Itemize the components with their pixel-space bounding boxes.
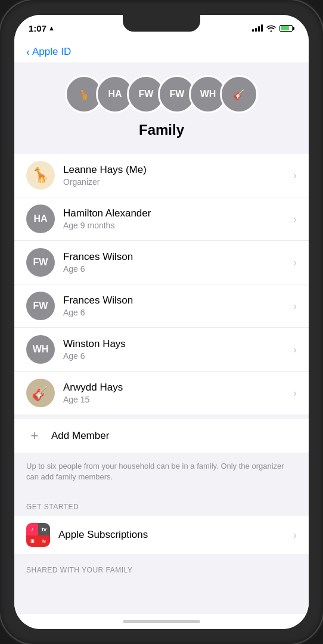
member-info-hamilton: Hamilton Alexander Age 9 months [63, 208, 293, 230]
phone-frame: 1:07 ▲ [0, 0, 323, 644]
member-avatar-winston: WH [26, 335, 55, 364]
subscriptions-label: Apple Subscriptions [58, 529, 293, 541]
content-area: 🦒 HA FW FW WH 🎸 Family 🦒 Leanne Hays (Me… [14, 63, 309, 614]
info-text: Up to six people from your household can… [14, 453, 309, 491]
screen: 1:07 ▲ [14, 15, 309, 629]
subscriptions-chevron-icon: › [293, 529, 297, 541]
wifi-icon [266, 24, 276, 32]
member-info-arwydd: Arwydd Hays Age 15 [63, 382, 293, 404]
member-info-leanne: Leanne Hays (Me) Organizer [63, 164, 293, 187]
member-name-winston: Winston Hays [63, 338, 293, 350]
member-name-leanne: Leanne Hays (Me) [63, 164, 293, 176]
status-time: 1:07 ▲ [29, 23, 55, 33]
back-label: Apple ID [32, 46, 71, 58]
member-sub-hamilton: Age 9 months [63, 221, 293, 230]
family-header: 🦒 HA FW FW WH 🎸 Family [14, 63, 309, 154]
member-name-frances1: Frances Wilson [63, 251, 293, 263]
home-bar [123, 620, 200, 623]
member-item-frances1[interactable]: FW Frances Wilson Age 6 › [14, 241, 309, 284]
member-item-winston[interactable]: WH Winston Hays Age 6 › [14, 328, 309, 371]
member-sub-leanne: Organizer [63, 177, 293, 187]
status-icons [252, 24, 294, 32]
notch [123, 15, 200, 32]
shared-section-header: SHARED WITH YOUR FAMILY [14, 554, 309, 580]
chevron-right-icon: › [293, 343, 297, 356]
chevron-right-icon: › [293, 169, 297, 182]
subscriptions-icon: ♪ tv ⊞ N [26, 523, 50, 547]
member-item-frances2[interactable]: FW Frances Wilson Age 6 › [14, 284, 309, 328]
home-indicator [14, 614, 309, 629]
nav-bar: ‹ Apple ID [14, 41, 309, 63]
get-started-header: GET STARTED [14, 491, 309, 516]
chevron-right-icon: › [293, 300, 297, 312]
member-name-frances2: Frances Wilson [63, 295, 293, 306]
member-info-frances2: Frances Wilson Age 6 [63, 295, 293, 317]
member-sub-frances1: Age 6 [63, 264, 293, 274]
signal-bars-icon [252, 24, 263, 32]
subscriptions-item[interactable]: ♪ tv ⊞ N Apple Subscriptions › [14, 516, 309, 554]
back-chevron-icon: ‹ [26, 47, 30, 57]
add-member-label: Add Member [51, 430, 109, 442]
chevron-right-icon: › [293, 256, 297, 269]
member-avatar-frances2: FW [26, 292, 55, 320]
chevron-right-icon: › [293, 387, 297, 400]
member-avatar-leanne: 🦒 [26, 161, 55, 190]
chevron-right-icon: › [293, 213, 297, 225]
add-member-button[interactable]: + Add Member [14, 419, 309, 453]
member-item-leanne[interactable]: 🦒 Leanne Hays (Me) Organizer › [14, 154, 309, 197]
member-item-hamilton[interactable]: HA Hamilton Alexander Age 9 months › [14, 197, 309, 241]
member-sub-arwydd: Age 15 [63, 395, 293, 404]
member-info-winston: Winston Hays Age 6 [63, 338, 293, 361]
members-list: 🦒 Leanne Hays (Me) Organizer › HA Hamilt… [14, 154, 309, 414]
family-title: Family [139, 122, 184, 138]
member-avatar-arwydd: 🎸 [26, 379, 55, 407]
member-item-arwydd[interactable]: 🎸 Arwydd Hays Age 15 › [14, 371, 309, 414]
back-button[interactable]: ‹ Apple ID [26, 46, 297, 58]
member-sub-frances2: Age 6 [63, 308, 293, 317]
location-icon: ▲ [48, 24, 55, 32]
member-name-hamilton: Hamilton Alexander [63, 208, 293, 219]
avatar-arwydd: 🎸 [220, 75, 258, 113]
member-avatar-frances1: FW [26, 248, 55, 277]
member-avatar-hamilton: HA [26, 205, 55, 233]
avatars-row: 🦒 HA FW FW WH 🎸 [65, 75, 258, 113]
add-icon: + [26, 428, 43, 444]
member-info-frances1: Frances Wilson Age 6 [63, 251, 293, 274]
battery-icon [279, 25, 294, 32]
member-sub-winston: Age 6 [63, 351, 293, 361]
member-name-arwydd: Arwydd Hays [63, 382, 293, 394]
